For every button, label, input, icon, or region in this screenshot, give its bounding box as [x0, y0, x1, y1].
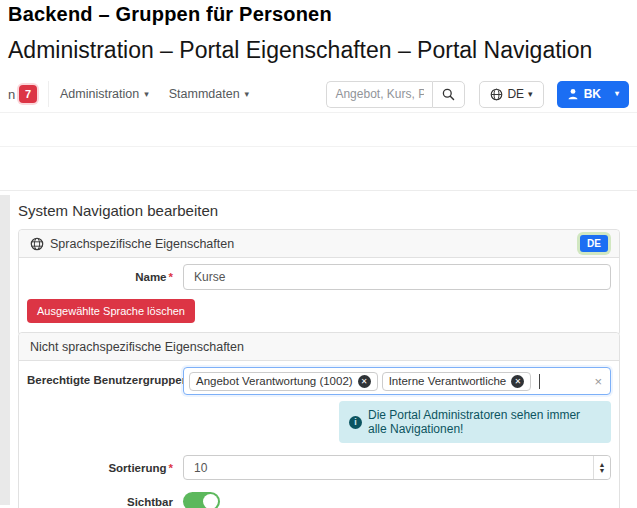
visible-toggle[interactable] — [183, 492, 220, 508]
notification-badge[interactable]: 7 — [19, 85, 37, 103]
tag-label: Interne Verantwortliche — [389, 375, 507, 387]
globe-icon — [30, 237, 44, 251]
menu-administration-label: Administration — [60, 87, 139, 101]
separator-line — [0, 190, 637, 191]
language-dropdown-button[interactable]: DE ▾ — [479, 81, 543, 108]
caret-down-icon: ▾ — [615, 90, 619, 98]
user-groups-multiselect[interactable]: Angebot Verantwortung (1002) ✕ Interne V… — [183, 367, 611, 395]
spinner-down-icon[interactable]: ▼ — [599, 468, 606, 474]
navbar-divider — [48, 81, 49, 107]
visible-field-row: Sichtbar — [27, 492, 611, 508]
slide-subtitle: Administration – Portal Eigenschaften – … — [8, 37, 592, 64]
remove-tag-icon[interactable]: ✕ — [358, 375, 371, 388]
menu-stammdaten-label: Stammdaten — [169, 87, 240, 101]
language-card-body: Name* Ausgewählte Sprache löschen — [19, 258, 619, 335]
general-card-title: Nicht sprachspezifische Eigenschaften — [30, 340, 244, 354]
clear-selection-icon[interactable]: × — [588, 374, 602, 389]
user-initials: BK — [584, 87, 601, 101]
screenshot-root: Backend – Gruppen für Personen Administr… — [0, 0, 637, 508]
delete-language-button[interactable]: Ausgewählte Sprache löschen — [27, 299, 195, 323]
number-spinner[interactable]: ▲ ▼ — [593, 456, 610, 479]
brand-fragment: n — [8, 87, 17, 102]
caret-down-icon: ▾ — [245, 90, 250, 99]
info-alert: i Die Portal Administratoren sehen immer… — [339, 401, 611, 443]
name-label: Name* — [27, 271, 173, 283]
required-marker: * — [169, 271, 173, 283]
text-cursor — [539, 374, 540, 389]
language-properties-card: Sprachspezifische Eigenschaften DE Name*… — [18, 229, 620, 336]
user-group-tag: Interne Verantwortliche ✕ — [382, 372, 532, 391]
user-dropdown-button[interactable]: BK ▾ — [557, 81, 629, 108]
caret-down-icon: ▾ — [144, 90, 149, 99]
menu-stammdaten[interactable]: Stammdaten ▾ — [169, 87, 249, 101]
name-field-row: Name* — [27, 264, 611, 290]
user-groups-row: Berechtigte Benutzergruppen Angebot Vera… — [27, 367, 611, 443]
required-marker: * — [169, 462, 173, 474]
tag-label: Angebot Verantwortung (1002) — [196, 375, 353, 387]
visible-label: Sichtbar — [27, 496, 173, 508]
page-title: System Navigation bearbeiten — [18, 202, 218, 219]
globe-icon — [490, 88, 503, 101]
user-groups-label: Berechtigte Benutzergruppen — [27, 374, 173, 386]
language-card-header: Sprachspezifische Eigenschaften DE — [19, 230, 619, 258]
page-background-strip — [0, 195, 10, 505]
global-search — [326, 81, 465, 108]
person-icon — [567, 88, 579, 100]
search-icon — [442, 88, 455, 101]
caret-down-icon: ▾ — [528, 90, 533, 99]
general-card-header: Nicht sprachspezifische Eigenschaften — [19, 333, 619, 361]
language-card-title: Sprachspezifische Eigenschaften — [50, 237, 234, 251]
sort-input[interactable] — [183, 455, 611, 480]
sort-label: Sortierung* — [27, 462, 173, 474]
top-navbar: n 7 Administration ▾ Stammdaten ▾ — [0, 76, 637, 113]
language-badge[interactable]: DE — [580, 235, 608, 252]
info-circle-icon: i — [349, 416, 362, 429]
info-alert-text: Die Portal Administratoren sehen immer a… — [368, 408, 601, 436]
slide-title: Backend – Gruppen für Personen — [8, 3, 332, 26]
remove-tag-icon[interactable]: ✕ — [511, 375, 524, 388]
general-properties-card: Nicht sprachspezifische Eigenschaften Be… — [18, 332, 620, 508]
name-input[interactable] — [183, 264, 611, 290]
search-input[interactable] — [326, 81, 432, 108]
separator-line — [0, 146, 637, 147]
sort-field-row: Sortierung* ▲ ▼ — [27, 455, 611, 480]
general-card-body: Berechtigte Benutzergruppen Angebot Vera… — [19, 361, 619, 508]
language-label: DE — [507, 87, 524, 101]
search-button[interactable] — [432, 81, 465, 108]
user-group-tag: Angebot Verantwortung (1002) ✕ — [189, 372, 378, 391]
menu-administration[interactable]: Administration ▾ — [60, 87, 149, 101]
toggle-knob — [203, 494, 218, 508]
